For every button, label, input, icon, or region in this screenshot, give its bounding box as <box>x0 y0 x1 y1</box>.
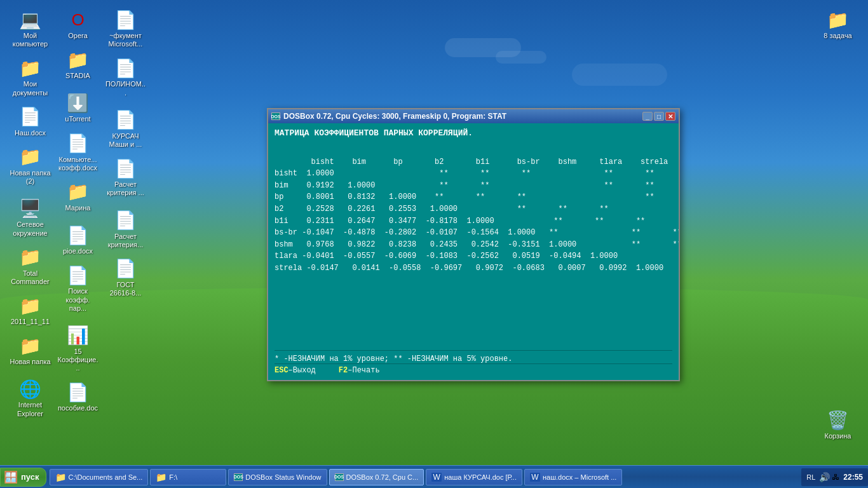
desktop: 💻 Мой компьютер 📁 Моидокументы 📄 Наш.doc… <box>0 0 868 465</box>
taskbar-item-dosbox-status[interactable]: DOS DOSBox Status Window <box>228 469 327 485</box>
desktop-icon-search-koeff[interactable]: 📄 Поисккоэфф. пар... <box>54 262 102 316</box>
polinom-label: ПОЛИНОМ... <box>105 80 146 97</box>
folder-2011-icon: 📁 <box>20 295 41 316</box>
desktop-icon-ie[interactable]: 🌐 InternetExplorer <box>6 376 54 421</box>
desktop-icon-utorrent[interactable]: ⬇️ uTorrent <box>54 90 102 126</box>
desktop-icon-posobie[interactable]: 📄 пособие.doc <box>54 379 102 416</box>
dosbox-window[interactable]: DOS DOSBox 0.72, Cpu Cycles: 3000, Frame… <box>267 108 680 381</box>
raschot-krit2-label: Расчеткритерия... <box>108 233 144 249</box>
desktop-icons-container: 💻 Мой компьютер 📁 Моидокументы 📄 Наш.doc… <box>0 0 156 445</box>
opera-label: Opera <box>68 32 88 40</box>
new-folder-icon: 📁 <box>20 336 41 356</box>
desktop-icon-my-documents[interactable]: 📁 Моидокументы <box>6 55 54 100</box>
dosbox-title-icon: DOS <box>271 112 280 120</box>
taskbar-item-kursach[interactable]: W наша КУРСАЧ.doc [Р... <box>426 469 522 485</box>
volume-icon[interactable]: 🔊 <box>819 472 830 482</box>
komputer-koeff-label: Компьюте...коэфф.docx <box>58 156 97 172</box>
desktop-icon-raschot-krit2[interactable]: 📄 Расчеткритерия... <box>102 207 149 252</box>
desktop-icon-raschot-krit[interactable]: 📄 Расчеткритерия ... <box>102 155 149 200</box>
desktop-icon-document-ms[interactable]: 📄 ~фкументMicrosoft... <box>102 6 149 51</box>
total-commander-label: TotalCommander <box>11 269 50 286</box>
my-documents-icon: 📁 <box>20 58 41 78</box>
minimize-button[interactable]: _ <box>642 112 653 121</box>
desktop-icon-korzina[interactable]: 🗑️ Корзина <box>814 407 862 444</box>
note-area: * -НЕЗНАЧИМ на 1% уровне; ** -НЕЗНАЧИМ н… <box>275 350 672 363</box>
start-logo: 🪟 <box>4 470 18 484</box>
desktop-icon-15-koeff[interactable]: 📊 15Коэффицие... <box>54 322 102 376</box>
taskbar-item-documents[interactable]: 📁 C:\Documents and Se... <box>50 469 149 485</box>
zadacha-icon: 📁 <box>828 10 848 30</box>
korzina-icon: 🗑️ <box>828 410 848 430</box>
taskbar-label-kursach: наша КУРСАЧ.doc [Р... <box>444 473 517 481</box>
taskbar-icon-documents: 📁 <box>55 472 66 482</box>
cloud <box>572 64 667 86</box>
new-folder-2-label: Новая папка(2) <box>10 169 50 186</box>
desktop-icon-kursach[interactable]: 📄 КУРСАЧМаши и ... <box>102 107 149 152</box>
close-button[interactable]: ✕ <box>665 112 675 121</box>
total-commander-icon: 📁 <box>20 247 41 268</box>
correlation-table: bisht bim bp b2 b1i bs-br bshm tlara str… <box>275 144 672 347</box>
taskbar: 🪟 пуск 📁 C:\Documents and Se... 📁 F:\ DO… <box>0 465 868 488</box>
window-title-text: DOSBox 0.72, Cpu Cycles: 3000, Frameskip… <box>283 112 506 121</box>
f2-key[interactable]: F2 <box>339 366 348 375</box>
gost-label: ГОСТ26616-8... <box>110 281 142 297</box>
desktop-icon-pioe[interactable]: 📄 pioe.docx <box>54 222 102 259</box>
koeff-15-label: 15Коэффицие... <box>57 348 98 373</box>
search-koeff-icon: 📄 <box>68 265 88 285</box>
f2-label: –Печать <box>348 366 379 375</box>
my-computer-label: Мой компьютер <box>10 32 51 48</box>
desktop-icon-network[interactable]: 🖥️ Сетевоеокружение <box>6 195 54 240</box>
taskbar-icon-nash-docx: W <box>530 473 540 482</box>
desktop-icon-my-computer[interactable]: 💻 Мой компьютер <box>6 6 54 51</box>
esc-key[interactable]: ESC <box>275 366 288 375</box>
komputer-koeff-icon: 📄 <box>68 133 88 154</box>
desktop-icon-marina[interactable]: 📁 Марина <box>54 179 102 215</box>
window-titlebar[interactable]: DOS DOSBox 0.72, Cpu Cycles: 3000, Frame… <box>268 109 679 123</box>
stadia-icon: 📁 <box>68 50 88 70</box>
desktop-icon-komputer-koeff[interactable]: 📄 Компьюте...коэфф.docx <box>54 130 102 175</box>
taskbar-item-fdrive[interactable]: 📁 F:\ <box>150 469 226 485</box>
search-koeff-label: Поисккоэфф. пар... <box>57 287 98 313</box>
title-left: DOS DOSBox 0.72, Cpu Cycles: 3000, Frame… <box>271 112 506 121</box>
lang-indicator[interactable]: RL <box>806 473 815 481</box>
desktop-icon-nash-docx[interactable]: 📄 Наш.docx <box>6 104 54 140</box>
raschot-krit2-icon: 📄 <box>116 210 136 231</box>
taskbar-item-nash-docx[interactable]: W наш.docx – Microsoft ... <box>524 469 622 485</box>
pioe-icon: 📄 <box>68 225 88 245</box>
desktop-icon-new-folder[interactable]: 📁 Новая папка <box>6 332 54 369</box>
kursach-label: КУРСАЧМаши и ... <box>109 132 142 149</box>
start-button[interactable]: 🪟 пуск <box>0 468 46 487</box>
desktop-icon-new-folder-2[interactable]: 📁 Новая папка(2) <box>6 144 54 189</box>
koeff-15-icon: 📊 <box>68 325 88 346</box>
posobie-label: пособие.doc <box>58 404 98 412</box>
nash-docx-icon: 📄 <box>20 107 41 127</box>
network-label: Сетевоеокружение <box>13 220 47 237</box>
network-tray-icon: 🖧 <box>832 473 839 482</box>
polinom-icon: 📄 <box>116 58 136 78</box>
desktop-icon-zadacha[interactable]: 📁 8 задача <box>814 6 862 43</box>
taskbar-item-dosbox-cpu[interactable]: DOS DOSBox 0.72, Cpu C... <box>329 469 424 485</box>
taskbar-label-fdrive: F:\ <box>169 473 177 481</box>
ie-icon: 🌐 <box>20 379 41 399</box>
matrix-header: МАТРИЦА КОЭФФИЦИЕНТОВ ПАРНЫХ КОРРЕЛЯЦИЙ. <box>275 128 672 138</box>
desktop-icon-2011[interactable]: 📁 2011_11_11 <box>6 292 54 329</box>
maximize-button[interactable]: □ <box>654 112 664 121</box>
pioe-label: pioe.docx <box>63 247 93 255</box>
network-icon: 🖥️ <box>20 198 41 219</box>
zadacha-label: 8 задача <box>824 32 851 40</box>
window-controls: _ □ ✕ <box>642 112 675 121</box>
new-folder-label: Новая папка <box>10 358 50 366</box>
time-display: 22:55 <box>843 473 863 482</box>
desktop-icon-total-commander[interactable]: 📁 TotalCommander <box>6 244 54 289</box>
desktop-icon-polinom[interactable]: 📄 ПОЛИНОМ... <box>102 55 149 100</box>
desktop-icon-gost[interactable]: 📄 ГОСТ26616-8... <box>102 255 149 301</box>
utorrent-icon: ⬇️ <box>68 93 88 113</box>
document-ms-label: ~фкументMicrosoft... <box>109 32 143 48</box>
desktop-icon-opera[interactable]: O Opera <box>54 6 102 43</box>
shortcut-bar: ESC–Выход F2–Печать <box>275 363 672 375</box>
opera-icon: O <box>68 10 88 30</box>
utorrent-label: uTorrent <box>65 115 90 123</box>
my-computer-icon: 💻 <box>20 10 41 30</box>
desktop-icon-stadia[interactable]: 📁 STADIA <box>54 46 102 83</box>
taskbar-dosbox-status-icon: DOS <box>234 473 243 481</box>
